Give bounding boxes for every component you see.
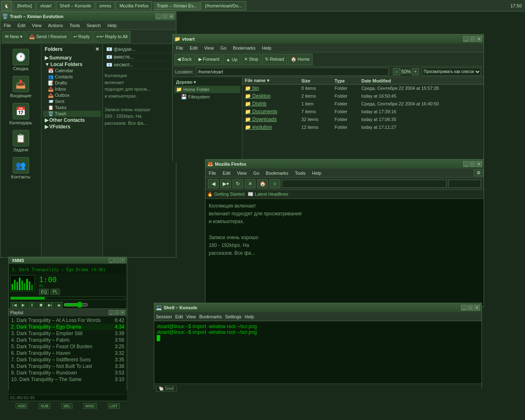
console-tab[interactable]: 🐚 Shell [156,386,177,392]
playlist-item[interactable]: 8. Dark Tranquility – Not Built To Last3… [9,363,126,370]
fm-menu-view[interactable]: View [201,45,217,51]
file-link[interactable]: 📁 Downloads [245,116,277,122]
fm-menu-help[interactable]: Help [259,45,275,51]
zoom-out-btn[interactable]: – [393,68,400,75]
evo-sidebar-inbox[interactable]: 📥 Входящие [2,74,39,100]
evo-menu-search[interactable]: Search [83,22,104,29]
fm-back-btn[interactable]: ◀ Back [174,54,195,65]
ff-menu-file[interactable]: File [205,170,219,176]
message-item[interactable]: 📧 фандае... [105,46,174,53]
folder-drafts[interactable]: 📝 Drafts [43,80,101,86]
xmms-maximize-btn[interactable]: □ [114,258,119,263]
ff-settings-btn[interactable]: ⚙ [474,169,484,176]
xmms-eject-btn[interactable]: ⏏ [55,302,63,308]
taskbar-btn-trash[interactable]: Trash – Ximian Ev... [153,1,201,10]
evo-maximize-btn[interactable]: □ [162,14,168,19]
console-minimize-btn[interactable]: _ [461,305,467,310]
fm-up-btn[interactable]: ▲ Up [223,54,240,65]
folder-group-local[interactable]: ▼ Local Folders [43,61,101,68]
ff-reload-btn[interactable]: ↻ [233,179,243,188]
ff-menu-go[interactable]: Go [250,170,262,176]
playlist-minimize-btn[interactable]: _ [109,310,114,315]
file-manager-titlebar[interactable]: 📁 vtoart _ □ ✕ [173,34,484,43]
start-button[interactable]: 🐧 [1,1,12,11]
col-type[interactable]: Type [332,77,359,84]
playlist-item[interactable]: 3. Dark Tranquility – Emptier Still3:39 [9,330,126,337]
ff-maximize-btn[interactable]: □ [470,161,475,167]
evo-sidebar-calendar[interactable]: 📅 Календарь [2,101,39,127]
pl-misc-btn[interactable]: MISC [83,403,97,409]
bookmark-getting-started[interactable]: 🔥 Getting Started [207,192,244,197]
pl-sub-btn[interactable]: SUB [39,403,50,409]
table-row[interactable]: 📁 evolution 12 items Folder today at 17:… [242,123,484,131]
taskbar-btn-vtoart[interactable]: vtoart [37,1,55,10]
fm-forward-btn[interactable]: ▶ Forward [196,54,222,65]
console-menu-session[interactable]: Session [156,314,172,319]
pl-sel-btn[interactable]: SEL [61,403,72,409]
console-menu-bookmarks[interactable]: Bookmarks [199,314,222,319]
fm-menu-go[interactable]: Go [217,45,230,51]
table-row[interactable]: 📁 Desktop 2 items Folder today at 16:50:… [242,92,484,100]
ff-search-bar[interactable] [448,180,481,188]
file-link[interactable]: 📁 Distrib [245,101,266,107]
xmms-prev-btn[interactable]: |◀ [10,302,19,308]
playlist-item[interactable]: 4. Dark Tranquility – Fabric3:56 [9,337,126,343]
fm-close-btn[interactable]: ✕ [476,36,482,42]
playlist-close-btn[interactable]: ✕ [120,310,125,315]
xmms-volume-slider[interactable] [64,301,88,308]
ff-back-btn[interactable]: ◀ [208,179,219,188]
folders-close-btn[interactable]: ✕ [95,46,99,52]
ff-stop-btn[interactable]: ✕ [245,179,256,188]
evo-menu-actions[interactable]: Actions [45,22,66,29]
xmms-progress-bar[interactable] [10,297,125,300]
folder-outbox[interactable]: 📤 Outbox [43,92,101,98]
evo-sidebar-summary[interactable]: 🕐 Сводка [2,47,39,73]
fm-maximize-btn[interactable]: □ [470,36,475,42]
tree-home-folder[interactable]: 📁 Home Folder [174,86,240,93]
bookmark-latest-headlines[interactable]: 📰 Latest Headlines [248,192,288,197]
evo-menu-tools[interactable]: Tools [66,22,83,29]
ff-menu-tools[interactable]: Tools [292,170,309,176]
folder-tasks[interactable]: 📋 Tasks [43,105,101,111]
playlist-item[interactable]: 7. Dark Tranquility – Indifferent Suns3:… [9,356,126,363]
fm-menu-file[interactable]: File [173,45,187,51]
fm-minimize-btn[interactable]: _ [463,36,469,42]
fm-menu-edit[interactable]: Edit [187,45,201,51]
file-link[interactable]: 📁 bin [245,85,259,91]
taskbar-btn-firefox[interactable]: [firefox] [14,1,36,10]
evo-menu-edit[interactable]: Edit [14,22,29,29]
pl-list-btn[interactable]: LIST [108,403,120,409]
ff-home-btn[interactable]: 🏠 [257,179,268,188]
pl-add-btn[interactable]: ADD [16,403,27,409]
ff-menu-help[interactable]: Help [309,170,325,176]
xmms-close-btn[interactable]: ✕ [120,258,125,263]
fm-home-btn[interactable]: 🏠 Home [288,54,313,65]
table-row[interactable]: 📁 Documents 7 items Folder today at 17:3… [242,108,484,116]
folder-inbox[interactable]: 📥 Inbox [43,86,101,92]
taskbar-btn-xmms[interactable]: xmms [96,1,115,10]
table-row[interactable]: 📁 Distrib 1 item Folder Среда, Сентября … [242,100,484,108]
message-item[interactable]: 📧 несмот... [105,61,174,69]
table-row[interactable]: 📁 bin 0 items Folder Среда, Сентября 22 … [242,84,484,92]
ff-menu-bookmarks[interactable]: Bookmarks [262,170,292,176]
playlist-item[interactable]: 2. Dark Tranquility – Ego Drama4:34 [9,324,126,330]
taskbar-btn-home[interactable]: [/home/vtoart/Do... [201,1,246,10]
playlist-item[interactable]: 10. Dark Tranquility – The Same3:10 [9,376,126,383]
ff-close-btn[interactable]: ✕ [476,161,482,167]
evo-menu-view[interactable]: View [29,22,45,29]
folder-trash[interactable]: 🗑️ Trash [43,111,101,117]
console-titlebar[interactable]: 💻 Shell – Konsole _ □ ✕ [154,303,482,312]
xmms-pause-btn[interactable]: ⏸ [28,302,36,308]
evo-send-btn[interactable]: 📤 Send / Receive [26,31,70,43]
playlist-maximize-btn[interactable]: □ [114,310,119,315]
file-link[interactable]: 📁 Desktop [245,93,270,99]
col-filename[interactable]: File name ▾ [242,77,299,84]
folder-group-summary[interactable]: ▶ Summary [43,55,101,61]
console-maximize-btn[interactable]: □ [468,305,473,310]
fm-reload-btn[interactable]: ↻ Reload [262,54,287,65]
fm-menu-bookmarks[interactable]: Bookmarks [230,45,259,51]
location-input[interactable] [196,68,389,76]
ff-url-bar[interactable] [282,180,447,188]
console-menu-edit[interactable]: Edit [175,314,183,319]
tree-filesystem[interactable]: 💾 Filesystem [174,93,240,100]
